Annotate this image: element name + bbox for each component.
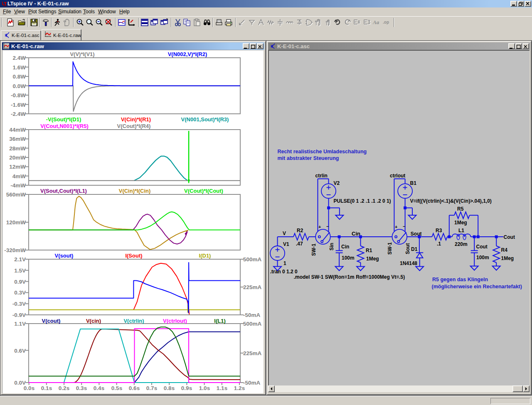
svg-text:.tran 0 1.2 0: .tran 0 1.2 0 (270, 269, 298, 275)
svg-text:R1: R1 (366, 248, 372, 253)
svg-text:-2.4W: -2.4W (11, 111, 26, 117)
svg-text:0.4s: 0.4s (94, 385, 104, 391)
svg-text:0.2s: 0.2s (59, 385, 69, 391)
svg-text:0.7s: 0.7s (146, 385, 157, 391)
svg-text:Sout: Sout (405, 243, 411, 254)
svg-text:D1: D1 (411, 246, 418, 252)
svg-text:-0.8W: -0.8W (11, 92, 26, 98)
svg-text:V(ctrlin): V(ctrlin) (123, 318, 144, 324)
svg-text:B1: B1 (410, 180, 417, 186)
svg-text:I(Sout): I(Sout) (125, 253, 142, 259)
svg-text:V(Cout)*I(Cout): V(Cout)*I(Cout) (184, 188, 223, 194)
svg-text:V(N002,V)*I(R2): V(N002,V)*I(R2) (168, 51, 207, 57)
svg-text:-4mW: -4mW (10, 182, 26, 189)
svg-text:1Meg: 1Meg (501, 255, 514, 261)
svg-text:V(Cout)*I(R4): V(Cout)*I(R4) (117, 123, 151, 129)
svg-text:R5: R5 (457, 206, 464, 212)
svg-text:V(Cout,N001)*I(R5): V(Cout,N001)*I(R5) (40, 123, 89, 129)
svg-text:100m: 100m (342, 255, 355, 261)
svg-text:-50mA: -50mA (243, 312, 261, 318)
svg-text:R5 gegen das Klingeln: R5 gegen das Klingeln (432, 277, 488, 282)
svg-text:1.1s: 1.1s (217, 385, 227, 391)
svg-text:0.8s: 0.8s (164, 385, 175, 391)
svg-text:-50mA: -50mA (243, 380, 261, 386)
svg-text:ctrlin: ctrlin (315, 173, 328, 179)
svg-text:V(ctrlout): V(ctrlout) (163, 318, 187, 324)
svg-text:V(cout): V(cout) (42, 318, 61, 324)
svg-text:-0.3V: -0.3V (12, 301, 26, 307)
svg-text:2.4W: 2.4W (12, 55, 26, 61)
svg-text:0.5s: 0.5s (111, 385, 122, 391)
svg-text:ctrlout: ctrlout (390, 173, 405, 179)
svg-text:220m: 220m (455, 241, 468, 247)
svg-text:.model SW-1 SW(Ron=1m Roff=100: .model SW-1 SW(Ron=1m Roff=1000Meg Vt=.5… (294, 274, 405, 280)
svg-text:V1: V1 (283, 241, 289, 247)
svg-text:1.2s: 1.2s (234, 385, 245, 391)
svg-text:Recht realistische Umladeschal: Recht realistische Umladeschaltung (278, 149, 367, 155)
svg-text:.op: .op (383, 20, 389, 25)
svg-text:0.6s: 0.6s (129, 385, 140, 391)
svg-text:V(N001,Sout)*I(R3): V(N001,Sout)*I(R3) (181, 116, 229, 123)
svg-text:SW-1: SW-1 (311, 243, 317, 256)
svg-text:120mW: 120mW (6, 219, 26, 226)
svg-text:Sin: Sin (329, 243, 335, 250)
svg-text:500mA: 500mA (243, 321, 262, 327)
svg-text:R3: R3 (436, 228, 442, 233)
svg-text:L1: L1 (458, 228, 464, 233)
svg-text:1.1V: 1.1V (14, 321, 26, 327)
svg-text:(möglicherweise ein Rechenarte: (möglicherweise ein Rechenartefakt) (432, 284, 522, 290)
svg-text:+: + (318, 224, 321, 229)
svg-text:V=if((V(ctrlin)<.1)&(V(Cin)>.0: V=if((V(ctrlin)<.1)&(V(Cin)>.04),1,0) (410, 198, 492, 204)
svg-text:.1: .1 (437, 241, 441, 247)
svg-text:0.0s: 0.0s (24, 385, 34, 391)
svg-text:225mA: 225mA (243, 284, 262, 290)
svg-text:0.8W: 0.8W (12, 74, 26, 80)
svg-text:0.3s: 0.3s (76, 385, 87, 391)
svg-text:225mA: 225mA (243, 350, 262, 356)
svg-text:28mW: 28mW (9, 145, 26, 152)
svg-text:20mW: 20mW (9, 155, 26, 161)
svg-text:SW-1: SW-1 (387, 242, 393, 255)
svg-text:1Meg: 1Meg (454, 220, 467, 226)
svg-text:2.1V: 2.1V (14, 256, 26, 263)
svg-text:-V(Sout)*I(D1): -V(Sout)*I(D1) (46, 116, 81, 123)
svg-text:PULSE(0 1 .2 .1 .1 .2 0 1): PULSE(0 1 .2 .1 .1 .2 0 1) (334, 198, 391, 204)
svg-text:V(cin): V(cin) (86, 318, 101, 324)
svg-text:V(Cin)*I(Cin): V(Cin)*I(Cin) (119, 188, 151, 194)
svg-text:−: − (403, 224, 405, 229)
svg-text:mit abstrakter Steuerung: mit abstrakter Steuerung (278, 155, 339, 161)
svg-text:I(L1): I(L1) (214, 318, 225, 324)
svg-text:.47: .47 (296, 241, 303, 247)
svg-text:1Meg: 1Meg (366, 256, 379, 262)
svg-text:V(sout): V(sout) (55, 253, 74, 259)
svg-text:0.9V: 0.9V (14, 279, 26, 285)
svg-text:0.3V: 0.3V (14, 290, 26, 296)
svg-text:-320mW: -320mW (4, 247, 26, 253)
svg-text:Aa: Aa (372, 19, 379, 25)
svg-text:560mW: 560mW (6, 191, 26, 198)
svg-text:36mW: 36mW (9, 136, 26, 142)
svg-text:1.0s: 1.0s (199, 385, 210, 391)
svg-text:V(Cin)*I(R1): V(Cin)*I(R1) (121, 116, 151, 123)
svg-text:44mW: 44mW (9, 127, 26, 133)
svg-text:R2: R2 (297, 228, 303, 233)
svg-text:4mW: 4mW (12, 173, 26, 179)
svg-text:0.0W: 0.0W (12, 83, 26, 89)
svg-text:1.6W: 1.6W (12, 64, 26, 71)
svg-text:V: V (283, 231, 286, 236)
svg-text:0.1s: 0.1s (41, 385, 52, 391)
svg-text:1.5V: 1.5V (14, 268, 26, 274)
svg-text:Cin: Cin (341, 244, 349, 250)
svg-text:−: − (326, 224, 329, 229)
svg-text:Cout: Cout (504, 234, 515, 240)
svg-text:V(V)*I(V1): V(V)*I(V1) (70, 51, 94, 57)
svg-text:-1.6W: -1.6W (11, 102, 26, 108)
svg-text:V2: V2 (334, 180, 340, 186)
svg-text:1: 1 (283, 260, 286, 266)
svg-text:500mA: 500mA (243, 256, 262, 263)
svg-text:+: + (395, 224, 397, 229)
svg-text:I(D1): I(D1) (199, 253, 211, 259)
svg-text:100m: 100m (476, 255, 489, 260)
svg-text:Cin: Cin (352, 231, 360, 237)
svg-text:-0.9V: -0.9V (12, 312, 26, 318)
